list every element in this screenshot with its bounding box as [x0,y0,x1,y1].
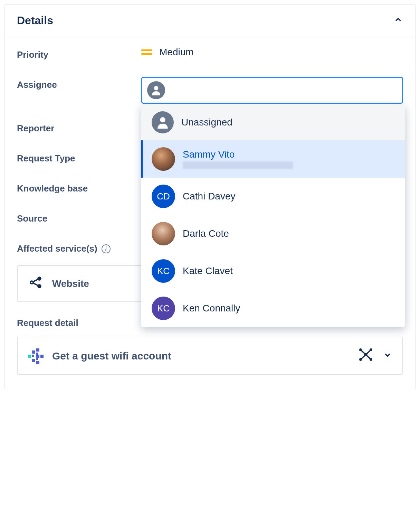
person-icon [147,81,165,99]
wifi-request-icon [28,348,43,364]
assignee-value-wrapper: Unassigned Sammy Vito CD Cathi Davey [141,77,403,104]
request-item-text: Get a guest wifi account [52,350,171,362]
svg-point-2 [38,277,41,280]
request-detail-title: Request detail [17,318,78,328]
info-icon[interactable]: i [102,244,111,253]
avatar-initials: KC [152,259,175,283]
network-icon[interactable] [357,346,374,365]
reporter-label: Reporter [17,120,141,134]
panel-title: Details [17,14,53,27]
assignee-option-darla-cote[interactable]: Darla Cote [141,215,405,252]
assignee-option-sammy-vito[interactable]: Sammy Vito [141,140,405,178]
avatar-photo [152,222,175,245]
affected-services-label: Affected service(s) i [17,241,141,254]
affected-services-label-text: Affected service(s) [17,243,97,254]
option-name: Ken Connally [183,303,240,314]
svg-point-0 [154,86,159,91]
source-label: Source [17,210,141,224]
avatar-initials: KC [152,297,175,320]
option-name: Cathi Davey [183,191,236,202]
panel-body: Priority Medium Assignee [4,37,416,389]
field-assignee: Assignee Unassigned [17,77,403,104]
assignee-option-unassigned[interactable]: Unassigned [141,104,405,140]
details-header[interactable]: Details [4,4,416,37]
request-detail-item[interactable]: Get a guest wifi account [17,337,403,375]
option-name: Darla Cote [183,228,229,239]
svg-point-3 [38,285,41,288]
service-name: Website [52,278,89,289]
details-panel: Details Priority Medium Assignee [4,4,416,389]
assignee-option-kate-clavet[interactable]: KC Kate Clavet [141,252,405,290]
priority-label: Priority [17,47,141,60]
option-name: Sammy Vito [183,149,235,160]
field-priority: Priority Medium [17,47,403,60]
chevron-down-icon[interactable] [383,350,392,362]
priority-medium-icon [141,48,152,56]
option-name: Unassigned [181,117,232,128]
knowledge-base-label: Knowledge base [17,180,141,194]
assignee-option-ken-connally[interactable]: KC Ken Connally [141,290,405,327]
service-nodes-icon [28,275,43,292]
assignee-option-cathi-davey[interactable]: CD Cathi Davey [141,178,405,215]
assignee-label: Assignee [17,77,141,90]
option-subtext-redacted [183,161,293,169]
chevron-up-icon [393,15,403,27]
assignee-dropdown: Unassigned Sammy Vito CD Cathi Davey [141,104,405,327]
avatar-photo [152,147,175,171]
svg-point-4 [30,281,33,284]
request-type-label: Request Type [17,150,141,164]
svg-point-1 [160,117,165,122]
option-name: Kate Clavet [183,265,233,277]
person-icon [152,111,174,133]
priority-value[interactable]: Medium [141,47,403,58]
priority-text: Medium [159,47,194,58]
avatar-initials: CD [152,185,175,208]
assignee-input[interactable] [141,77,403,104]
